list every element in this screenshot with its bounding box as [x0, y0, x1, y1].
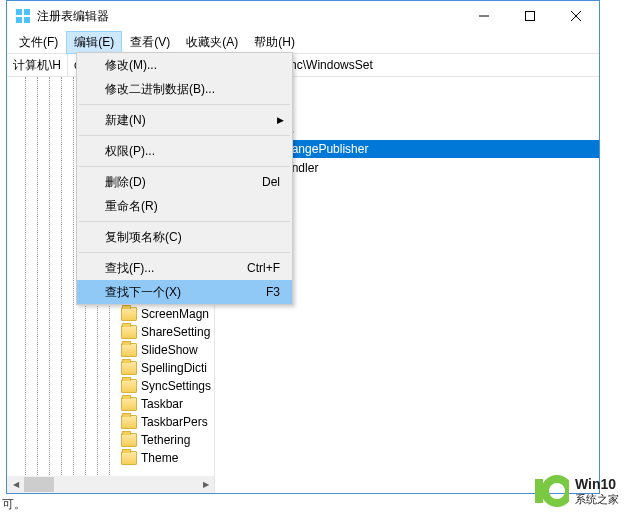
submenu-arrow-icon: ▶	[277, 115, 284, 125]
menu-accelerator: Del	[262, 175, 280, 189]
tree-item[interactable]: Tethering	[7, 431, 214, 449]
scroll-left-arrow-icon[interactable]: ◀	[7, 476, 24, 493]
watermark-text: Win10 系统之家	[575, 477, 619, 504]
menu-bar: 文件(F) 编辑(E) 查看(V) 收藏夹(A) 帮助(H)	[7, 31, 599, 53]
menu-separator	[79, 135, 290, 136]
menu-view[interactable]: 查看(V)	[122, 31, 178, 54]
tree-item[interactable]: ScreenMagn	[7, 305, 214, 323]
menu-copy-key-name[interactable]: 复制项名称(C)	[77, 225, 292, 249]
menu-file[interactable]: 文件(F)	[11, 31, 66, 54]
menu-help[interactable]: 帮助(H)	[246, 31, 303, 54]
address-label: 计算机\H	[7, 54, 68, 76]
menu-item-label: 重命名(R)	[105, 198, 158, 215]
folder-icon	[121, 379, 137, 393]
menu-separator	[79, 166, 290, 167]
tree-item[interactable]: SpellingDicti	[7, 359, 214, 377]
folder-icon	[121, 325, 137, 339]
menu-separator	[79, 221, 290, 222]
folder-icon	[121, 451, 137, 465]
menu-item-label: 复制项名称(C)	[105, 229, 182, 246]
menu-item-label: 删除(D)	[105, 174, 146, 191]
tree-item-label: ShareSetting	[141, 325, 210, 339]
folder-icon	[121, 307, 137, 321]
watermark-line2: 系统之家	[575, 493, 619, 505]
menu-item-label: 权限(P)...	[105, 143, 155, 160]
folder-icon	[121, 397, 137, 411]
folder-icon	[121, 361, 137, 375]
menu-new[interactable]: 新建(N)▶	[77, 108, 292, 132]
app-icon	[15, 8, 31, 24]
tree-item[interactable]: TaskbarPers	[7, 413, 214, 431]
menu-rename[interactable]: 重命名(R)	[77, 194, 292, 218]
tree-item-label: TaskbarPers	[141, 415, 208, 429]
tree-item-label: Tethering	[141, 433, 190, 447]
title-bar[interactable]: 注册表编辑器	[7, 1, 599, 31]
menu-item-label: 查找(F)...	[105, 260, 154, 277]
minimize-button[interactable]	[461, 1, 507, 31]
tree-item-label: SlideShow	[141, 343, 198, 357]
svg-rect-5	[526, 12, 535, 21]
menu-separator	[79, 252, 290, 253]
tree-item-label: ScreenMagn	[141, 307, 209, 321]
svg-rect-0	[16, 9, 22, 15]
svg-point-19	[545, 479, 569, 503]
menu-modify-binary[interactable]: 修改二进制数据(B)...	[77, 77, 292, 101]
menu-accelerator: F3	[266, 285, 280, 299]
menu-item-label: 查找下一个(X)	[105, 284, 181, 301]
menu-edit[interactable]: 编辑(E)	[66, 31, 122, 54]
window-controls	[461, 1, 599, 31]
tree-item[interactable]: SlideShow	[7, 341, 214, 359]
footer-text: 可。	[0, 494, 28, 515]
menu-accelerator: Ctrl+F	[247, 261, 280, 275]
menu-item-label: 新建(N)	[105, 112, 146, 129]
menu-favorites[interactable]: 收藏夹(A)	[178, 31, 246, 54]
maximize-button[interactable]	[507, 1, 553, 31]
menu-find-next[interactable]: 查找下一个(X)F3	[77, 280, 292, 304]
svg-rect-3	[24, 17, 30, 23]
menu-item-label: 修改二进制数据(B)...	[105, 81, 215, 98]
scroll-right-arrow-icon[interactable]: ▶	[197, 476, 214, 493]
menu-item-label: 修改(M)...	[105, 57, 157, 74]
tree-item-label: SpellingDicti	[141, 361, 207, 375]
scroll-thumb[interactable]	[24, 477, 54, 492]
svg-rect-1	[24, 9, 30, 15]
menu-find[interactable]: 查找(F)...Ctrl+F	[77, 256, 292, 280]
menu-modify[interactable]: 修改(M)...	[77, 53, 292, 77]
folder-icon	[121, 433, 137, 447]
tree-item-label: Theme	[141, 451, 178, 465]
watermark-line1: Win10	[575, 477, 619, 492]
close-button[interactable]	[553, 1, 599, 31]
menu-delete[interactable]: 删除(D)Del	[77, 170, 292, 194]
window-title: 注册表编辑器	[37, 8, 461, 25]
tree-horizontal-scrollbar[interactable]: ◀ ▶	[7, 476, 214, 493]
svg-rect-2	[16, 17, 22, 23]
watermark-logo-icon	[533, 473, 569, 509]
folder-icon	[121, 415, 137, 429]
tree-item[interactable]: ShareSetting	[7, 323, 214, 341]
menu-separator	[79, 104, 290, 105]
tree-item[interactable]: SyncSettings	[7, 377, 214, 395]
menu-permissions[interactable]: 权限(P)...	[77, 139, 292, 163]
tree-item-label: Taskbar	[141, 397, 183, 411]
folder-icon	[121, 343, 137, 357]
tree-item[interactable]: Theme	[7, 449, 214, 467]
edit-menu-dropdown: 修改(M)... 修改二进制数据(B)... 新建(N)▶ 权限(P)... 删…	[76, 52, 293, 305]
watermark: Win10 系统之家	[533, 473, 619, 509]
tree-item[interactable]: Taskbar	[7, 395, 214, 413]
tree-item-label: SyncSettings	[141, 379, 211, 393]
